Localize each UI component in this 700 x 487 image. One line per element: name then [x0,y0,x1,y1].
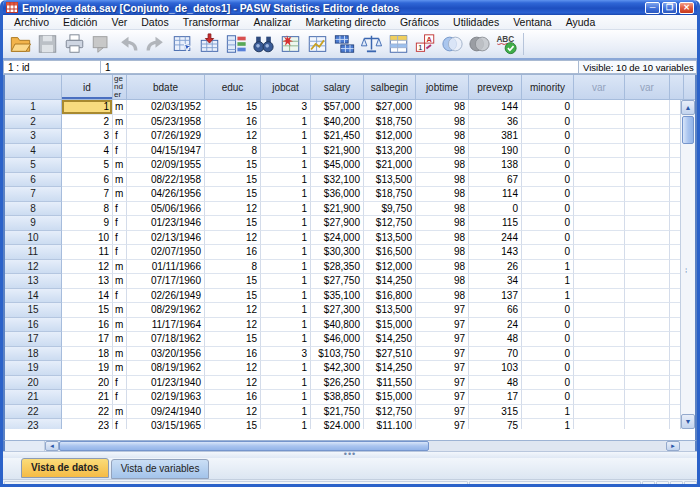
cell[interactable]: 0 [522,100,574,115]
cell[interactable]: 01/11/1966 [127,260,205,275]
vertical-scrollbar[interactable]: ▲ ⁞ ▼ [680,100,695,429]
cell[interactable] [625,129,670,144]
cell[interactable]: $18,750 [364,187,416,202]
cell[interactable]: 1 [261,318,311,333]
cell[interactable] [625,332,670,347]
cell[interactable] [625,231,670,246]
cell[interactable]: $12,750 [364,216,416,231]
menu-item-marketing-directo[interactable]: Marketing directo [298,15,393,29]
cell[interactable]: m [113,405,127,420]
cell[interactable]: 15 [205,158,261,173]
cell[interactable] [625,318,670,333]
save-icon[interactable] [34,31,61,57]
cell[interactable]: 97 [416,332,469,347]
cell[interactable]: $15,000 [364,318,416,333]
cell[interactable] [574,202,625,217]
cell[interactable]: 1 [261,332,311,347]
cell[interactable] [574,289,625,304]
cell[interactable] [670,347,680,362]
cell[interactable]: 22 [62,405,113,420]
cell[interactable]: 98 [416,100,469,115]
cell[interactable]: $46,000 [311,332,364,347]
cell[interactable]: $14,250 [364,274,416,289]
cell[interactable]: 70 [469,347,522,362]
column-header-salary[interactable]: salary [311,75,364,100]
insert-variable-icon[interactable] [304,31,331,57]
cell[interactable]: 0 [469,202,522,217]
cell[interactable]: 02/13/1946 [127,231,205,246]
cell[interactable] [574,158,625,173]
cell[interactable] [670,231,680,246]
cell[interactable]: 98 [416,202,469,217]
cell[interactable]: 1 [522,274,574,289]
cell[interactable]: 0 [522,318,574,333]
cell[interactable] [574,260,625,275]
cell[interactable]: 12 [205,318,261,333]
cell[interactable]: 1 [261,274,311,289]
cell[interactable]: $16,500 [364,245,416,260]
cell[interactable]: 08/29/1962 [127,303,205,318]
cell[interactable]: 17 [469,390,522,405]
cell[interactable]: $21,900 [311,144,364,159]
column-header-empty[interactable] [670,75,684,100]
cell[interactable]: $14,250 [364,332,416,347]
cell[interactable]: 0 [522,303,574,318]
horizontal-scroll-track[interactable] [429,441,666,451]
cell[interactable]: 12 [205,231,261,246]
cell[interactable]: 97 [416,318,469,333]
cell[interactable] [625,245,670,260]
column-header-minority[interactable]: minority [522,75,574,100]
cell[interactable] [574,405,625,420]
cell[interactable] [574,419,625,429]
cell[interactable]: 01/23/1940 [127,376,205,391]
cell[interactable]: 03/15/1965 [127,419,205,429]
cell[interactable]: 1 [522,260,574,275]
tab-vista-de-datos[interactable]: Vista de datos [21,458,109,478]
insert-cases-icon[interactable] [277,31,304,57]
cell[interactable]: 0 [522,347,574,362]
cell[interactable]: $12,000 [364,260,416,275]
weight-cases-icon[interactable] [358,31,385,57]
cell[interactable]: 08/19/1962 [127,361,205,376]
cell[interactable]: 16 [205,390,261,405]
cell[interactable]: $30,300 [311,245,364,260]
row-header-3[interactable]: 3 [5,129,62,144]
scroll-up-button[interactable]: ▲ [681,100,695,115]
cell[interactable]: 15 [205,187,261,202]
cell[interactable]: 3 [62,129,113,144]
cell[interactable]: m [113,115,127,130]
cell[interactable]: m [113,274,127,289]
cell[interactable]: 12 [205,361,261,376]
cell[interactable]: 3 [261,100,311,115]
cell-editor-field[interactable]: 1 [101,60,579,74]
cell[interactable]: 04/26/1956 [127,187,205,202]
row-header-16[interactable]: 16 [5,318,62,333]
cell[interactable]: 190 [469,144,522,159]
cell[interactable]: 11/17/1964 [127,318,205,333]
cell[interactable]: 98 [416,115,469,130]
cell[interactable]: 66 [469,303,522,318]
cell[interactable]: m [113,361,127,376]
cell[interactable] [625,144,670,159]
cell[interactable] [670,144,680,159]
cell[interactable]: 97 [416,405,469,420]
menu-item-edicion[interactable]: Edición [56,15,104,29]
cell[interactable]: 02/07/1950 [127,245,205,260]
cell[interactable]: 3 [261,347,311,362]
cell[interactable]: $21,450 [311,129,364,144]
cell[interactable]: f [113,129,127,144]
cell[interactable]: 19 [62,361,113,376]
cell[interactable] [670,115,680,130]
cell[interactable]: $11,100 [364,419,416,429]
cell[interactable] [670,289,680,304]
row-header-4[interactable]: 4 [5,144,62,159]
cell[interactable]: 98 [416,187,469,202]
cell[interactable]: $24,000 [311,419,364,429]
cell[interactable]: 0 [522,390,574,405]
cell[interactable]: 98 [416,216,469,231]
row-header-14[interactable]: 14 [5,289,62,304]
find-icon[interactable] [250,31,277,57]
row-header-21[interactable]: 21 [5,390,62,405]
cell[interactable] [574,245,625,260]
cell[interactable]: m [113,332,127,347]
